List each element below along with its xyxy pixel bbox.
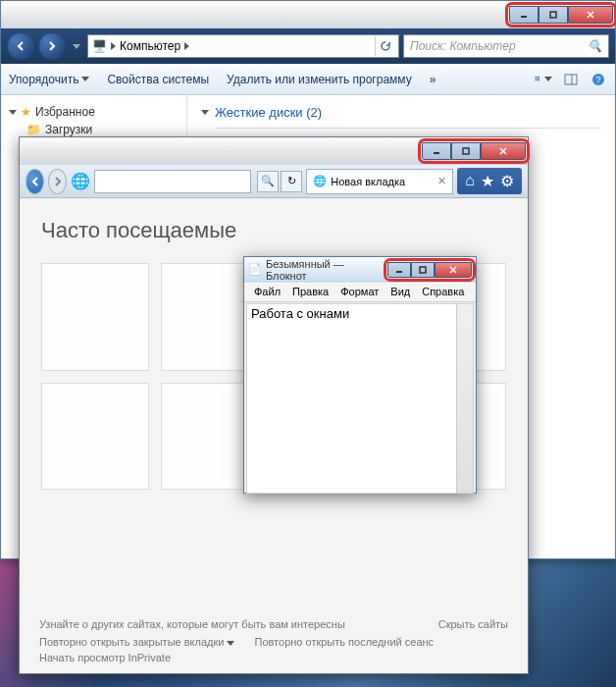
- menu-help[interactable]: Справка: [416, 284, 470, 301]
- menu-format[interactable]: Формат: [334, 284, 385, 301]
- search-input[interactable]: Поиск: Компьютер 🔍: [403, 34, 609, 58]
- frequent-sites-title: Часто посещаемые: [41, 218, 506, 243]
- refresh-button[interactable]: ↻: [281, 171, 302, 192]
- svg-rect-4: [536, 76, 538, 78]
- notepad-titlebar[interactable]: 📄 Безымянный — Блокнот: [244, 257, 476, 283]
- ie-logo-icon: 🌐: [313, 175, 327, 187]
- search-icon: 🔍: [588, 39, 602, 53]
- minimize-button[interactable]: [422, 142, 451, 160]
- ie-logo-icon: 🌐: [71, 172, 90, 190]
- breadcrumb-sep-icon: [111, 42, 116, 50]
- close-button[interactable]: [568, 6, 613, 24]
- svg-rect-8: [565, 75, 577, 84]
- minimize-button[interactable]: [509, 6, 539, 24]
- learn-more-link[interactable]: Узнайте о других сайтах, которые могут б…: [39, 618, 345, 630]
- breadcrumb-sep-icon: [184, 42, 189, 50]
- toolbar-chevron[interactable]: »: [430, 73, 436, 86]
- view-options-button[interactable]: [535, 71, 552, 88]
- computer-icon: 🖥️: [92, 39, 107, 53]
- address-bar[interactable]: 🖥️ Компьютер: [87, 34, 399, 58]
- ie-navbar: 🌐 🔍 ↻ 🌐 Новая вкладка ✕ ⌂ ★ ⚙: [20, 165, 528, 198]
- svg-rect-7: [538, 79, 539, 80]
- hard-drives-section[interactable]: Жесткие диски (2): [201, 105, 601, 120]
- explorer-toolbar: Упорядочить Свойства системы Удалить или…: [1, 64, 615, 95]
- address-bar[interactable]: [94, 170, 251, 193]
- browser-tab[interactable]: 🌐 Новая вкладка ✕: [306, 169, 453, 194]
- inprivate-link[interactable]: Начать просмотр InPrivate: [39, 652, 171, 663]
- help-button[interactable]: ?: [590, 71, 607, 88]
- back-button[interactable]: [26, 169, 44, 194]
- svg-rect-5: [538, 76, 539, 78]
- maximize-button[interactable]: [411, 262, 435, 278]
- close-button[interactable]: [481, 142, 526, 160]
- tab-label: Новая вкладка: [331, 176, 405, 187]
- ie-toolbar-buttons: ⌂ ★ ⚙: [457, 168, 522, 194]
- close-button[interactable]: [435, 262, 472, 278]
- menu-file[interactable]: Файл: [248, 284, 286, 301]
- maximize-button[interactable]: [539, 6, 568, 24]
- tab-close-button[interactable]: ✕: [437, 175, 446, 187]
- breadcrumb-label[interactable]: Компьютер: [120, 39, 180, 53]
- reopen-closed-tabs-link[interactable]: Повторно открыть закрытые вкладки: [39, 636, 234, 648]
- notepad-menubar: Файл Правка Формат Вид Справка: [244, 283, 476, 302]
- ie-titlebar[interactable]: [20, 137, 528, 165]
- favorites-button[interactable]: ★: [481, 172, 494, 190]
- system-properties-button[interactable]: Свойства системы: [107, 73, 209, 86]
- notepad-text-content: Работа с окнами: [251, 306, 349, 321]
- ie-footer: Узнайте о других сайтах, которые могут б…: [20, 608, 528, 673]
- maximize-button[interactable]: [451, 142, 481, 160]
- menu-view[interactable]: Вид: [385, 284, 416, 301]
- ie-window-controls: [422, 142, 526, 160]
- nav-history-dropdown[interactable]: [70, 44, 83, 49]
- search-placeholder: Поиск: Компьютер: [410, 39, 516, 53]
- tools-button[interactable]: ⚙: [500, 172, 514, 190]
- menu-edit[interactable]: Правка: [286, 284, 334, 301]
- reopen-last-session-link[interactable]: Повторно открыть последний сеанс: [254, 636, 434, 648]
- sidebar-favorites-header[interactable]: ★Избранное: [5, 103, 182, 121]
- svg-rect-1: [550, 12, 556, 18]
- svg-text:?: ?: [595, 75, 600, 84]
- uninstall-program-button[interactable]: Удалить или изменить программу: [227, 73, 412, 86]
- notepad-icon: 📄: [248, 263, 262, 277]
- star-icon: ★: [21, 105, 31, 119]
- svg-rect-17: [420, 267, 426, 273]
- notepad-text-area[interactable]: Работа с окнами: [246, 303, 474, 494]
- explorer-titlebar[interactable]: [1, 1, 615, 28]
- home-button[interactable]: ⌂: [465, 172, 475, 190]
- preview-pane-button[interactable]: [562, 71, 580, 88]
- notepad-window-controls: [387, 262, 472, 278]
- svg-rect-13: [463, 148, 469, 154]
- explorer-navbar: 🖥️ Компьютер Поиск: Компьютер 🔍: [1, 28, 615, 64]
- forward-button[interactable]: [38, 32, 66, 60]
- minimize-button[interactable]: [387, 262, 411, 278]
- window-title: Безымянный — Блокнот: [266, 258, 384, 282]
- notepad-window: 📄 Безымянный — Блокнот Файл Правка Форма…: [243, 256, 477, 494]
- hide-sites-link[interactable]: Скрыть сайты: [438, 618, 508, 630]
- explorer-window-controls: [509, 6, 613, 24]
- back-button[interactable]: [7, 32, 34, 60]
- site-tile[interactable]: [41, 263, 149, 371]
- organize-menu[interactable]: Упорядочить: [9, 73, 89, 86]
- refresh-button[interactable]: [375, 36, 394, 56]
- folder-icon: 📁: [26, 123, 41, 136]
- search-button[interactable]: 🔍: [257, 171, 279, 192]
- svg-rect-6: [536, 79, 538, 80]
- forward-button[interactable]: [48, 169, 67, 194]
- site-tile[interactable]: [41, 383, 149, 491]
